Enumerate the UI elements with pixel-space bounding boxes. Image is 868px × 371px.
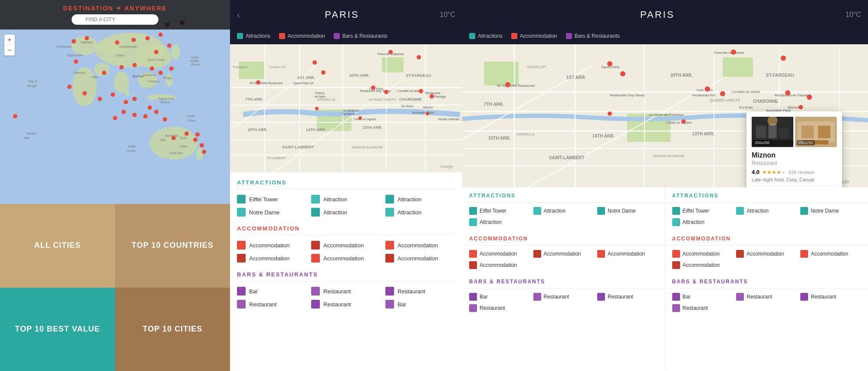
svg-point-69 [132, 113, 137, 117]
popup-image-1: 250x250 [752, 117, 793, 147]
p3-place-item[interactable]: Restaurant [672, 304, 733, 312]
place-item[interactable]: Attraction [311, 208, 381, 217]
zoom-in-button[interactable]: + [4, 35, 15, 45]
svg-rect-144 [723, 57, 753, 77]
place-item[interactable]: Restaurant [311, 287, 381, 295]
panel2-paris-map: 7TH ARR. 1ST ARR. 20TH ARR. 15TH ARR. 14… [230, 44, 462, 172]
panel2-temperature: 10°C [440, 11, 455, 19]
p3-place-item[interactable]: Bar [672, 293, 733, 301]
svg-point-10 [196, 148, 203, 160]
place-color-teal [237, 208, 246, 217]
place-item[interactable]: Attraction [385, 208, 455, 217]
paris-map-background: 7TH ARR. 1ST ARR. 20TH ARR. 15TH ARR. 14… [230, 44, 462, 172]
p3-place-item[interactable]: Restaurant [736, 293, 797, 301]
place-item[interactable]: Bar [237, 287, 307, 295]
svg-text:L'ecailler du bistrot: L'ecailler du bistrot [397, 89, 422, 92]
place-item[interactable]: Restaurant [311, 300, 381, 309]
p3-place-item[interactable]: Accommodation [533, 250, 594, 258]
p3-place-item[interactable]: Notre Dame [597, 207, 658, 215]
p3-place-item[interactable]: Accommodation [597, 250, 658, 258]
p3-place-item[interactable]: Notre Dame [800, 207, 861, 215]
attractions-section: ATTRACTIONS Eiffel Tower Attraction Attr… [237, 179, 455, 217]
place-item[interactable]: Accommodation [311, 254, 381, 263]
p3-place-item[interactable]: Accommodation [672, 261, 733, 269]
svg-text:QUINZE-VINGTS: QUINZE-VINGTS [710, 98, 740, 102]
p3-place-item[interactable]: Attraction [672, 218, 733, 226]
svg-text:L'était un square: L'était un square [354, 118, 376, 121]
tile-all-cities[interactable]: ALL CITIES [0, 204, 115, 288]
place-item[interactable]: Accommodation [311, 241, 381, 250]
svg-point-51 [167, 43, 171, 48]
svg-text:Pakistan: Pakistan [74, 71, 85, 74]
zoom-out-button[interactable]: − [4, 45, 15, 56]
svg-text:Ocean: Ocean [191, 63, 200, 66]
svg-text:India: India [91, 76, 98, 79]
place-item[interactable]: Attraction [311, 195, 381, 204]
p3-place-item[interactable]: Eiffel Tower [672, 207, 733, 215]
p3-place-item[interactable]: Restaurant [533, 293, 594, 301]
svg-text:MAISON-BLANCHE: MAISON-BLANCHE [653, 154, 684, 158]
place-item[interactable]: Bar [385, 300, 455, 309]
p3-place-item[interactable]: Bar [469, 293, 530, 301]
tile-top10-best-value[interactable]: TOP 10 BEST VALUE [0, 288, 115, 371]
p3-place-item[interactable]: Restaurant [469, 304, 530, 312]
p3-place-item[interactable]: Eiffel Tower [469, 207, 530, 215]
p3-place-item[interactable]: Accommodation [672, 250, 733, 258]
panel3-paris-map: 7TH ARR. 1ST ARR. 20TH ARR. 15TH ARR. 14… [462, 44, 868, 187]
panel3-right-column: ATTRACTIONS Eiffel Tower Attraction Notr… [665, 187, 868, 370]
place-item[interactable]: Attraction [385, 195, 455, 204]
svg-point-128 [256, 80, 260, 85]
svg-text:Restaurant: Restaurant [425, 92, 440, 95]
p3-place-item[interactable]: Accommodation [469, 261, 530, 269]
svg-text:1ST ARR.: 1ST ARR. [566, 75, 586, 80]
svg-point-132 [417, 55, 421, 59]
tile-top10-cities[interactable]: TOP 10 CITIES [115, 288, 230, 371]
p3-place-item[interactable]: Accommodation [736, 250, 797, 258]
p3-accommodation-title: ACCOMMODATION [462, 230, 665, 246]
p3-legend-bars: Bars & Restaurants [566, 33, 620, 39]
svg-point-12 [94, 63, 110, 76]
p3-place-item[interactable]: Attraction [469, 218, 530, 226]
popup-rating: 4.0 ★★★★★ 626 reviews [752, 169, 837, 175]
svg-point-196 [681, 119, 686, 124]
svg-text:Cafe Paris: Cafe Paris [697, 88, 713, 92]
place-item[interactable]: Restaurant [237, 300, 307, 309]
p3r-accommodation-grid: Accommodation Accommodation Accommodatio… [665, 246, 868, 273]
p3-place-item[interactable]: Accommodation [800, 250, 861, 258]
svg-text:Ocean: Ocean [187, 119, 196, 122]
svg-point-191 [705, 86, 710, 92]
p3-place-item[interactable]: Restaurant [800, 293, 861, 301]
place-item[interactable]: Accommodation [237, 254, 307, 263]
popup-venue-name: Miznon [752, 151, 837, 159]
p3-place-item[interactable]: Accommodation [469, 250, 530, 258]
place-item[interactable]: Accommodation [385, 241, 455, 250]
tile-top10-countries[interactable]: TOP 10 COUNTRIES [115, 204, 230, 288]
p3-place-item[interactable]: Attraction [533, 207, 594, 215]
p3-place-item[interactable]: Attraction [736, 207, 797, 215]
place-item[interactable]: Accommodation [385, 254, 455, 263]
svg-point-186 [505, 82, 510, 87]
svg-text:15TH ARR.: 15TH ARR. [247, 128, 267, 132]
p3-place-item[interactable]: Restaurant [597, 293, 658, 301]
svg-point-55 [119, 65, 124, 69]
p3-legend-accommodation: Accommodation [511, 33, 557, 39]
p3r-attractions-section: ATTRACTIONS Eiffel Tower Attraction Notr… [665, 187, 868, 230]
back-button[interactable]: ‹ [237, 10, 240, 20]
place-item[interactable]: Accommodation [237, 241, 307, 250]
svg-point-134 [384, 90, 388, 94]
svg-text:20TH ARR.: 20TH ARR. [349, 73, 369, 78]
legend-dot-bars [334, 33, 340, 39]
svg-point-71 [154, 110, 158, 114]
svg-text:Le Jardin du Panthéon: Le Jardin du Panthéon [649, 113, 684, 117]
popup-stars: ★★★★★ [762, 169, 786, 175]
svg-rect-143 [484, 62, 519, 85]
svg-text:Le Jardin du: Le Jardin du [343, 109, 360, 112]
search-input[interactable] [72, 14, 158, 25]
p3-legend-dot-accommodation [511, 33, 517, 39]
p3r-bars-title: BARS & RESTAURANTS [665, 273, 868, 289]
svg-text:7TH ARR.: 7TH ARR. [245, 97, 263, 102]
place-item[interactable]: Eiffel Tower [237, 195, 307, 204]
place-item[interactable]: Notre Dame [237, 208, 307, 217]
place-item[interactable]: Restaurant [385, 287, 455, 295]
svg-point-1 [72, 36, 98, 55]
